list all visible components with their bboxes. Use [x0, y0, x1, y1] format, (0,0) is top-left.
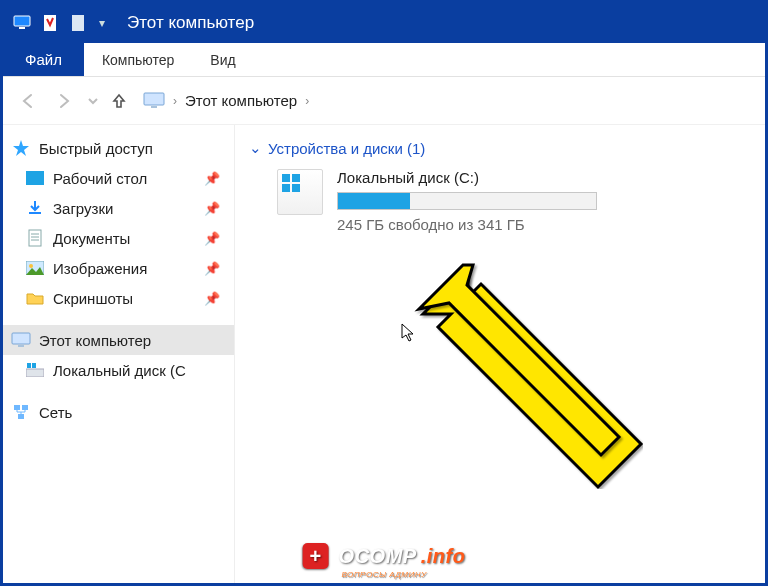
svg-point-12 [29, 264, 33, 268]
group-header-label: Устройства и диски (1) [268, 140, 425, 157]
watermark-sub: ВОПРОСЫ АДМИНУ [341, 570, 426, 579]
svg-rect-1 [19, 27, 25, 29]
nav-row: › Этот компьютер › [3, 77, 765, 125]
pin-icon: 📌 [204, 291, 220, 306]
sidebar-quick-access[interactable]: Быстрый доступ [3, 133, 234, 163]
svg-rect-24 [292, 184, 300, 192]
sidebar-item-desktop[interactable]: Рабочий стол 📌 [3, 163, 234, 193]
qat-dropdown-icon[interactable]: ▾ [97, 16, 107, 30]
plus-icon: + [303, 543, 329, 569]
window-title: Этот компьютер [127, 13, 254, 33]
sidebar-this-pc[interactable]: Этот компьютер [3, 325, 234, 355]
nav-back-button[interactable] [13, 86, 43, 116]
chevron-down-icon: ⌄ [249, 139, 262, 157]
svg-rect-13 [12, 333, 30, 344]
svg-rect-5 [151, 106, 157, 108]
mouse-cursor-icon [401, 323, 415, 343]
desktop-icon [25, 168, 45, 188]
svg-rect-23 [282, 184, 290, 192]
pin-icon: 📌 [204, 201, 220, 216]
svg-rect-22 [292, 174, 300, 182]
svg-rect-16 [27, 363, 31, 368]
sidebar-item-label: Этот компьютер [39, 332, 151, 349]
drive-usage-fill [338, 193, 410, 209]
svg-rect-7 [29, 230, 41, 246]
svg-rect-18 [14, 405, 20, 410]
group-devices-drives[interactable]: ⌄ Устройства и диски (1) [249, 139, 751, 157]
sidebar-item-label: Сеть [39, 404, 72, 421]
this-pc-icon [143, 92, 165, 110]
drive-icon [277, 169, 323, 215]
sidebar-item-documents[interactable]: Документы 📌 [3, 223, 234, 253]
menubar: Файл Компьютер Вид [3, 43, 765, 77]
chevron-right-icon[interactable]: › [305, 94, 309, 108]
sidebar-item-downloads[interactable]: Загрузки 📌 [3, 193, 234, 223]
breadcrumb[interactable]: › Этот компьютер › [143, 92, 309, 110]
sidebar-item-label: Документы [53, 230, 130, 247]
drive-free-space: 245 ГБ свободно из 341 ГБ [337, 216, 637, 233]
sidebar-item-label: Быстрый доступ [39, 140, 153, 157]
breadcrumb-label[interactable]: Этот компьютер [185, 92, 297, 109]
menu-file[interactable]: Файл [3, 43, 84, 76]
nav-up-button[interactable] [107, 89, 131, 113]
folder-icon [25, 288, 45, 308]
menu-computer[interactable]: Компьютер [84, 43, 192, 76]
svg-rect-6 [26, 171, 44, 185]
nav-history-dropdown-icon[interactable] [85, 86, 101, 116]
network-icon [11, 402, 31, 422]
svg-rect-0 [14, 16, 30, 26]
svg-rect-20 [18, 414, 24, 419]
this-pc-icon [11, 330, 31, 350]
star-icon [11, 138, 31, 158]
titlebar: ▾ Этот компьютер [3, 3, 765, 43]
chevron-right-icon: › [173, 94, 177, 108]
sidebar-item-pictures[interactable]: Изображения 📌 [3, 253, 234, 283]
watermark-suffix: .info [421, 545, 466, 568]
document-icon [25, 228, 45, 248]
svg-rect-21 [282, 174, 290, 182]
svg-rect-14 [18, 345, 24, 347]
drive-name: Локальный диск (C:) [337, 169, 637, 186]
svg-rect-3 [72, 15, 84, 31]
watermark-brand: OCOMP [339, 545, 417, 568]
this-pc-icon[interactable] [13, 14, 31, 32]
quick-access-toolbar: ▾ [13, 14, 107, 32]
nav-forward-button[interactable] [49, 86, 79, 116]
watermark: + OCOMP.info [303, 543, 466, 569]
sidebar-item-label: Загрузки [53, 200, 113, 217]
drive-item[interactable]: Локальный диск (C:) 245 ГБ свободно из 3… [277, 169, 751, 233]
sidebar-item-label: Рабочий стол [53, 170, 147, 187]
download-icon [25, 198, 45, 218]
explorer-window: ▾ Этот компьютер Файл Компьютер Вид › Эт… [0, 0, 768, 586]
pin-icon: 📌 [204, 231, 220, 246]
nav-pane: Быстрый доступ Рабочий стол 📌 Загрузки 📌 [3, 125, 235, 583]
new-folder-icon[interactable] [69, 14, 87, 32]
sidebar-item-label: Изображения [53, 260, 147, 277]
content-pane: ⌄ Устройства и диски (1) Локальный диск … [235, 125, 765, 583]
pin-icon: 📌 [204, 261, 220, 276]
picture-icon [25, 258, 45, 278]
properties-icon[interactable] [41, 14, 59, 32]
sidebar-network[interactable]: Сеть [3, 397, 234, 427]
drive-usage-bar [337, 192, 597, 210]
svg-rect-19 [22, 405, 28, 410]
sidebar-item-local-disk[interactable]: Локальный диск (C [3, 355, 234, 385]
drive-icon [25, 360, 45, 380]
sidebar-item-screenshots[interactable]: Скриншоты 📌 [3, 283, 234, 313]
sidebar-item-label: Локальный диск (C [53, 362, 186, 379]
sidebar-item-label: Скриншоты [53, 290, 133, 307]
svg-rect-4 [144, 93, 164, 105]
pin-icon: 📌 [204, 171, 220, 186]
svg-rect-15 [26, 369, 44, 377]
svg-rect-17 [32, 363, 36, 368]
menu-view[interactable]: Вид [192, 43, 253, 76]
